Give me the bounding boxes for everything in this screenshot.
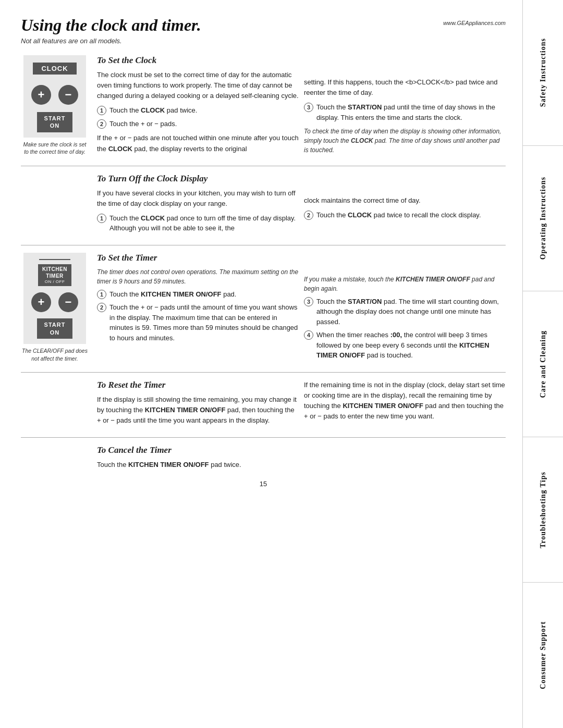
timer-diagram-container: KITCHEN TIMER ON / OFF + − STARTON The C… <box>21 253 89 365</box>
timer-italic-note1: The timer does not control oven operatio… <box>97 267 299 286</box>
timer-onoff: ON / OFF <box>42 279 67 285</box>
main-content: Using the clock and timer. www.GEApplian… <box>0 0 521 512</box>
turnoff-body: To Turn Off the Clock Display If you hav… <box>97 174 506 238</box>
right-sidebar: Safety Instructions Operating Instructio… <box>522 0 563 728</box>
timer-label2: TIMER <box>42 273 67 279</box>
cancel-body: To Cancel the Timer Touch the KITCHEN TI… <box>97 445 506 474</box>
clock-middle-text: If the + or − pads are not touched withi… <box>97 133 299 154</box>
timer-heading: To Set the Timer <box>97 253 299 263</box>
timer-step-1: 1 Touch the KITCHEN TIMER ON/OFF pad. <box>97 289 299 300</box>
timer-step-3: 3 Touch the START/ON pad. The time will … <box>304 297 506 327</box>
start-on-button[interactable]: STARTON <box>37 112 73 132</box>
reset-right-text: If the remaining time is not in the disp… <box>304 380 506 422</box>
divider-1 <box>21 166 506 166</box>
sidebar-safety-label: Safety Instructions <box>539 38 547 107</box>
step-text-2: Touch the + or − pads. <box>109 119 177 129</box>
sidebar-operating-label: Operating Instructions <box>539 177 547 260</box>
sidebar-consumer-label: Consumer Support <box>539 621 547 689</box>
step-text-1: Touch the CLOCK pad twice. <box>109 105 197 116</box>
turnoff-heading: To Turn Off the Clock Display <box>97 174 299 184</box>
timer-minus-button[interactable]: − <box>58 292 78 312</box>
timer-step-text-3: Touch the START/ON pad. The time will st… <box>316 297 506 327</box>
timer-step-num-4: 4 <box>304 330 313 340</box>
turnoff-step-num-2: 2 <box>304 211 313 220</box>
page-number: 15 <box>21 480 506 488</box>
timer-step-num-1: 1 <box>97 290 106 299</box>
timer-plus-button[interactable]: + <box>31 292 51 312</box>
timer-btn-row: + − <box>31 292 78 312</box>
cancel-col: To Cancel the Timer Touch the KITCHEN TI… <box>97 445 506 474</box>
clock-heading: To Set the Clock <box>97 55 299 66</box>
timer-badge: KITCHEN TIMER ON / OFF <box>38 264 71 286</box>
sidebar-care: Care and Cleaning <box>523 291 563 437</box>
clock-steps: 1 Touch the CLOCK pad twice. 2 Touch the… <box>97 105 299 129</box>
timer-diagram-caption: The CLEAR/OFF pad does not affect the ti… <box>21 347 89 362</box>
reset-left-col: To Reset the Timer If the display is sti… <box>97 380 299 430</box>
turnoff-right-text: clock maintains the correct time of day. <box>304 195 506 206</box>
timer-section-body: To Set the Timer The timer does not cont… <box>97 253 506 365</box>
page-subtitle: Not all features are on all models. <box>21 37 506 45</box>
timer-left-col: To Set the Timer The timer does not cont… <box>97 253 299 365</box>
reset-body: To Reset the Timer If the display is sti… <box>97 380 506 430</box>
clock-step-2: 2 Touch the + or − pads. <box>97 119 299 129</box>
clock-diagram-container: CLOCK + − STARTON Make sure the clock is… <box>21 55 89 158</box>
clock-step-3: 3 Touch the START/ON pad until the time … <box>304 102 506 122</box>
divider-3 <box>21 372 506 373</box>
clock-italic-note: To check the time of day when the displa… <box>304 127 506 155</box>
timer-step-4: 4 When the timer reaches :00, the contro… <box>304 330 506 361</box>
timer-diagram: KITCHEN TIMER ON / OFF + − STARTON <box>23 253 86 344</box>
turnoff-step-num-1: 1 <box>97 214 106 223</box>
divider-2 <box>21 245 506 245</box>
timer-step-text-1: Touch the KITCHEN TIMER ON/OFF pad. <box>109 289 236 300</box>
turnoff-body-text: If you have several clocks in your kitch… <box>97 188 299 209</box>
timer-steps: 1 Touch the KITCHEN TIMER ON/OFF pad. 2 … <box>97 289 299 343</box>
plus-button[interactable]: + <box>31 85 51 105</box>
clock-badge: CLOCK <box>33 63 76 75</box>
timer-step-num-2: 2 <box>97 303 106 312</box>
turnoff-step-1: 1 Touch the CLOCK pad once to turn off t… <box>97 213 299 233</box>
clock-step3-list: 3 Touch the START/ON pad until the time … <box>304 102 506 122</box>
reset-left-text: If the display is still showing the time… <box>97 394 299 426</box>
minus-button[interactable]: − <box>58 85 78 105</box>
timer-italic-note2: If you make a mistake, touch the KITCHEN… <box>304 275 506 293</box>
reset-heading: To Reset the Timer <box>97 380 299 390</box>
turnoff-left-col: To Turn Off the Clock Display If you hav… <box>97 174 299 238</box>
cancel-heading: To Cancel the Timer <box>97 445 506 455</box>
sidebar-troubleshooting-label: Troubleshooting Tips <box>539 472 547 548</box>
timer-step-num-3: 3 <box>304 297 313 306</box>
timer-dash <box>39 259 70 260</box>
timer-right-col: If you make a mistake, touch the KITCHEN… <box>304 253 506 365</box>
page-title: Using the clock and timer. <box>21 16 201 35</box>
timer-start-on-button[interactable]: STARTON <box>37 318 73 339</box>
timer-section: KITCHEN TIMER ON / OFF + − STARTON The C… <box>21 253 506 365</box>
clock-step-1: 1 Touch the CLOCK pad twice. <box>97 105 299 116</box>
sidebar-troubleshooting: Troubleshooting Tips <box>523 437 563 583</box>
turnoff-step-text-2: Touch the CLOCK pad twice to recall the … <box>316 210 481 220</box>
sidebar-consumer: Consumer Support <box>523 583 563 728</box>
timer-step-text-2: Touch the + or − pads until the amount o… <box>109 302 299 343</box>
step-num-1: 1 <box>97 106 106 115</box>
sidebar-operating: Operating Instructions <box>523 146 563 292</box>
divider-4 <box>21 437 506 438</box>
step-num-3: 3 <box>304 103 313 112</box>
turnoff-step-2: 2 Touch the CLOCK pad twice to recall th… <box>304 210 506 220</box>
page-url: www.GEAppliances.com <box>443 20 506 26</box>
cancel-text: Touch the KITCHEN TIMER ON/OFF pad twice… <box>97 460 506 470</box>
step-text-3: Touch the START/ON pad until the time of… <box>316 102 506 122</box>
sidebar-care-label: Care and Cleaning <box>539 330 547 398</box>
timer-step-2: 2 Touch the + or − pads until the amount… <box>97 302 299 343</box>
turnoff-step-text-1: Touch the CLOCK pad once to turn off the… <box>109 213 299 233</box>
sidebar-safety: Safety Instructions <box>523 0 563 146</box>
step-num-2: 2 <box>97 119 106 129</box>
clock-section-body: To Set the Clock The clock must be set t… <box>97 55 506 158</box>
clock-right-col: setting. If this happens, touch the <b>C… <box>304 55 506 158</box>
clock-body-text: The clock must be set to the correct tim… <box>97 70 299 101</box>
timer-label1: KITCHEN <box>42 266 67 273</box>
clock-section: CLOCK + − STARTON Make sure the clock is… <box>21 55 506 158</box>
clock-diagram-caption: Make sure the clock is set to the correc… <box>21 141 89 156</box>
turnoff-step2-list: 2 Touch the CLOCK pad twice to recall th… <box>304 210 506 220</box>
clock-diagram: CLOCK + − STARTON <box>23 55 86 138</box>
reset-right-col: If the remaining time is not in the disp… <box>304 380 506 430</box>
reset-section: To Reset the Timer If the display is sti… <box>21 380 506 430</box>
turnoff-section: To Turn Off the Clock Display If you hav… <box>21 174 506 238</box>
